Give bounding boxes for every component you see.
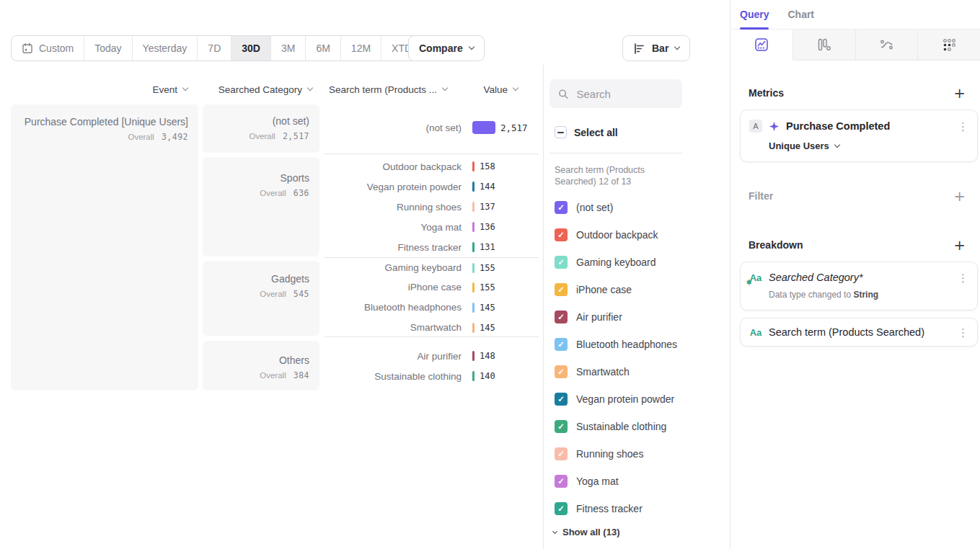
kebab-menu-icon[interactable]: ⋮	[958, 272, 968, 283]
checkbox-running-shoes[interactable]: ✓	[555, 447, 568, 460]
chevron-down-icon	[468, 44, 474, 50]
indeterminate-checkbox-icon[interactable]	[555, 126, 567, 138]
legend-item-vegan-protein-powder[interactable]: ✓Vegan protein powder	[555, 386, 728, 412]
value-text: 155	[480, 282, 495, 293]
legend-item-bluetooth-headphones[interactable]: ✓Bluetooth headphones	[555, 331, 728, 357]
column-header-event[interactable]: Event	[11, 81, 187, 97]
kebab-menu-icon[interactable]: ⋮	[958, 121, 968, 132]
category-card-others[interactable]: OthersOverall384	[203, 341, 319, 390]
checkbox-not-set[interactable]: ✓	[555, 201, 568, 214]
value-text: 155	[480, 263, 495, 273]
search-input[interactable]	[575, 87, 674, 101]
tab-flows[interactable]	[856, 30, 919, 61]
metric-event-name: Purchase Completed	[786, 120, 951, 132]
tab-chart[interactable]: Chart	[787, 0, 814, 29]
legend-item-label: Bluetooth headphones	[576, 339, 677, 350]
checkbox-smartwatch[interactable]: ✓	[555, 365, 568, 378]
counting-method-dropdown[interactable]: Unique Users	[769, 140, 968, 151]
date-range-6m[interactable]: 6M	[306, 36, 340, 61]
term-row-fitness-tracker: Fitness tracker131	[325, 237, 539, 257]
category-card-not-set[interactable]: (not set)Overall2,517	[203, 104, 319, 153]
legend-item-label: Smartwatch	[576, 366, 630, 378]
checkbox-outdoor-backpack[interactable]: ✓	[555, 228, 568, 241]
date-range-yesterday[interactable]: Yesterday	[133, 36, 198, 61]
value-bar[interactable]	[472, 371, 474, 381]
chart-type-button[interactable]: Bar	[622, 35, 690, 61]
column-header-value[interactable]: Value	[462, 81, 518, 97]
tab-funnels[interactable]	[793, 30, 856, 61]
legend-item-gaming-keyboard[interactable]: ✓Gaming keyboard	[555, 249, 728, 275]
add-breakdown-button[interactable]: +	[953, 238, 966, 252]
value-bar[interactable]	[472, 263, 474, 273]
tab-query[interactable]: Query	[740, 0, 769, 29]
flows-icon	[879, 37, 894, 52]
value-bar[interactable]	[472, 121, 495, 134]
legend-item-iphone-case[interactable]: ✓iPhone case	[555, 277, 728, 303]
legend-item-not-set[interactable]: ✓(not set)	[555, 195, 728, 220]
show-all-link[interactable]: Show all (13)	[553, 527, 619, 537]
checkbox-gaming-keyboard[interactable]: ✓	[555, 256, 568, 269]
legend-item-label: iPhone case	[576, 284, 632, 295]
value-bar[interactable]	[472, 282, 474, 293]
string-type-icon: Aa✱	[749, 272, 762, 283]
legend-item-outdoor-backpack[interactable]: ✓Outdoor backpack	[555, 222, 728, 248]
legend-item-fitness-tracker[interactable]: ✓Fitness tracker	[555, 496, 728, 522]
category-card-sports[interactable]: SportsOverall636	[203, 157, 319, 256]
checkbox-yoga-mat[interactable]: ✓	[555, 475, 568, 488]
legend-item-smartwatch[interactable]: ✓Smartwatch	[555, 359, 728, 385]
checkbox-iphone-case[interactable]: ✓	[555, 283, 568, 296]
kebab-menu-icon[interactable]: ⋮	[958, 327, 968, 338]
metric-card[interactable]: A Purchase Completed ⋮ Unique Users	[740, 110, 978, 162]
category-card-gadgets[interactable]: GadgetsOverall545	[203, 261, 319, 336]
value-bar[interactable]	[472, 323, 474, 333]
term-row-sustainable-clothing: Sustainable clothing140	[325, 366, 539, 386]
column-header-search-term[interactable]: Search term (Products ...	[329, 81, 447, 97]
breakdown-card-searched-category[interactable]: Aa✱ Searched Category* ⋮ Data type chang…	[740, 262, 978, 311]
value-bar[interactable]	[472, 351, 474, 361]
column-header-searched-category[interactable]: Searched Category	[203, 81, 312, 97]
add-metric-button[interactable]: +	[953, 86, 966, 100]
chart-type-label: Bar	[652, 43, 668, 54]
date-range-custom[interactable]: Custom	[12, 36, 84, 61]
value-bar[interactable]	[472, 303, 474, 313]
breakdown-heading: Breakdown	[749, 239, 803, 251]
term-row-bluetooth-headphones: Bluetooth headphones145	[325, 298, 539, 317]
checkbox-sustainable-clothing[interactable]: ✓	[555, 420, 568, 433]
value-bar[interactable]	[472, 161, 474, 171]
compare-button[interactable]: Compare	[408, 35, 485, 61]
value-bar[interactable]	[472, 242, 474, 252]
date-range-30d[interactable]: 30D	[231, 36, 271, 61]
legend-item-label: Fitness tracker	[576, 503, 643, 514]
term-label: Bluetooth headphones	[325, 298, 462, 317]
date-range-today[interactable]: Today	[84, 36, 132, 61]
value-bar[interactable]	[472, 182, 474, 192]
add-filter-button[interactable]: +	[953, 189, 966, 203]
legend-item-sustainable-clothing[interactable]: ✓Sustainable clothing	[555, 414, 728, 439]
breakdown-card-search-term[interactable]: Aa Search term (Products Searched) ⋮	[740, 318, 978, 347]
checkbox-air-purifier[interactable]: ✓	[555, 311, 568, 323]
term-row-smartwatch: Smartwatch145	[325, 318, 539, 337]
value-text: 145	[480, 323, 495, 333]
event-card[interactable]: Purchase Completed [Unique Users] Overal…	[11, 104, 198, 390]
funnels-icon	[816, 37, 831, 52]
overall-label: Overall	[128, 133, 154, 141]
legend-item-yoga-mat[interactable]: ✓Yoga mat	[555, 468, 728, 494]
value-bar[interactable]	[472, 222, 474, 232]
legend-item-label: Sustainable clothing	[576, 421, 666, 432]
legend-item-running-shoes[interactable]: ✓Running shoes	[555, 441, 728, 467]
retention-icon	[942, 37, 956, 52]
legend-item-air-purifier[interactable]: ✓Air purifier	[555, 304, 728, 330]
tab-insights[interactable]	[730, 30, 793, 61]
tab-retention[interactable]	[918, 30, 980, 61]
legend-search-box[interactable]	[549, 79, 682, 108]
date-range-12m[interactable]: 12M	[341, 36, 381, 61]
checkbox-bluetooth-headphones[interactable]: ✓	[555, 338, 568, 351]
checkbox-vegan-protein-powder[interactable]: ✓	[555, 393, 568, 406]
value-bar[interactable]	[472, 202, 474, 212]
date-range-3m[interactable]: 3M	[271, 36, 306, 61]
select-all-toggle[interactable]: Select all	[555, 126, 618, 138]
chevron-down-icon	[442, 85, 448, 91]
term-label: (not set)	[325, 117, 462, 138]
date-range-7d[interactable]: 7D	[198, 36, 231, 61]
checkbox-fitness-tracker[interactable]: ✓	[555, 502, 568, 515]
